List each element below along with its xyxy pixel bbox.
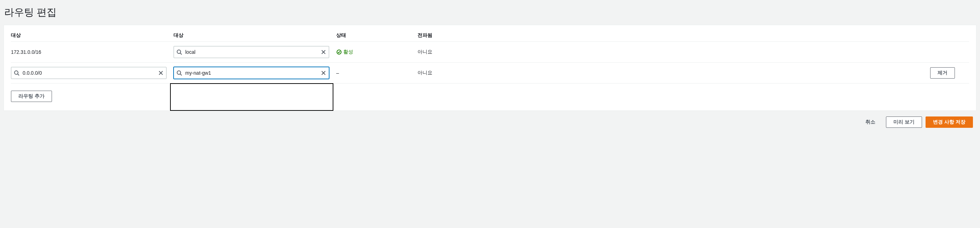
target-dropdown[interactable] [170, 83, 333, 111]
close-icon[interactable] [321, 49, 326, 55]
add-route-button[interactable]: 라우팅 추가 [11, 91, 52, 102]
header-propagated: 전파됨 [417, 32, 474, 39]
propagated-text: 아니요 [417, 70, 433, 75]
table-header: 대상 대상 상태 전파됨 [11, 32, 969, 42]
route-table: 대상 대상 상태 전파됨 172.31.0.0/16 [11, 32, 969, 83]
svg-line-10 [180, 74, 182, 75]
remove-button[interactable]: 제거 [930, 67, 955, 79]
search-icon [177, 70, 182, 76]
svg-point-0 [177, 50, 181, 53]
close-icon[interactable] [158, 70, 164, 76]
status-text: – [336, 70, 339, 76]
target-input[interactable] [173, 46, 329, 58]
target-input-wrap [173, 46, 329, 58]
save-button[interactable]: 변경 사항 저장 [926, 117, 973, 128]
destination-text: 172.31.0.0/16 [11, 49, 41, 55]
cancel-button[interactable]: 취소 [858, 117, 883, 127]
destination-input-wrap [11, 67, 167, 79]
page-title: 라우팅 편집 [3, 0, 977, 25]
preview-button[interactable]: 미리 보기 [886, 117, 922, 128]
header-destination1: 대상 [11, 32, 173, 39]
status-text: 활성 [343, 49, 353, 55]
close-icon[interactable] [321, 70, 326, 76]
svg-point-5 [14, 71, 18, 74]
search-icon [14, 70, 19, 76]
header-destination2: 대상 [173, 32, 336, 39]
routes-panel: 대상 대상 상태 전파됨 172.31.0.0/16 [3, 25, 977, 111]
propagated-text: 아니요 [417, 49, 433, 55]
search-icon [177, 49, 182, 55]
table-row: – 아니요 제거 [11, 63, 969, 83]
check-circle-icon [336, 49, 342, 55]
target-input-wrap [173, 67, 329, 79]
svg-line-1 [180, 53, 182, 55]
status-badge: 활성 [336, 49, 417, 55]
table-row: 172.31.0.0/16 [11, 42, 969, 63]
target-input[interactable] [173, 67, 329, 79]
destination-input[interactable] [11, 67, 167, 79]
footer-actions: 취소 미리 보기 변경 사항 저장 [3, 111, 977, 128]
header-status: 상태 [336, 32, 417, 39]
svg-line-6 [18, 74, 19, 75]
svg-point-9 [177, 71, 181, 74]
